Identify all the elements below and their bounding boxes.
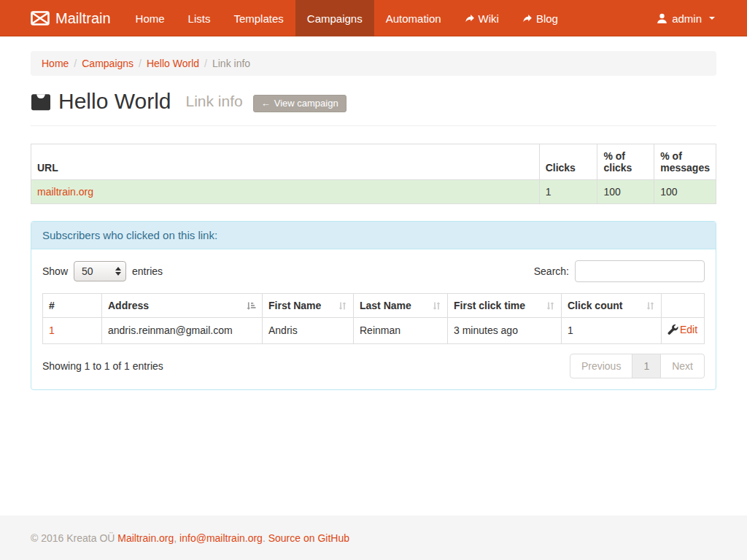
view-campaign-button[interactable]: ← View campaign [253,95,347,112]
separator: , [174,532,177,544]
sort-icon [432,301,441,311]
breadcrumb-separator: / [69,58,82,69]
col-url: URL [31,144,540,180]
subscriber-address: andris.reinman@gmail.com [102,318,263,344]
share-icon [522,14,533,23]
col-clicks: Clicks [539,144,597,180]
nav-label: Blog [536,12,558,25]
page-title: Hello World Link info [31,89,243,114]
pagination-next[interactable]: Next [660,354,705,378]
breadcrumb: Home / Campaigns / Hello World / Link in… [31,51,716,76]
chevron-down-icon [709,17,715,20]
col-click-count-label: Click count [568,300,622,311]
nav-item-templates[interactable]: Templates [222,0,295,36]
table-info: Showing 1 to 1 of 1 entries [42,354,163,372]
wrench-icon [667,324,678,335]
subscriber-index-link[interactable]: 1 [49,324,55,336]
page-header: Hello World Link info ← View campaign [31,89,716,126]
subscriber-click-count: 1 [562,318,662,344]
link-url[interactable]: mailtrain.org [37,186,93,198]
brand-label: Mailtrain [55,10,111,27]
nav-item-automation[interactable]: Automation [374,0,453,36]
envelope-icon [31,11,50,26]
inbox-icon [31,92,51,111]
col-pct-messages: % of messages [654,144,716,180]
subscriber-row: 1 andris.reinman@gmail.com Andris Reinma… [43,318,705,344]
link-pct-messages: 100 [654,180,716,204]
user-name: admin [672,12,702,25]
share-icon [465,14,475,23]
copyright-text: © 2016 Kreata OÜ [31,532,115,544]
nav-item-lists[interactable]: Lists [177,0,222,36]
col-pct-clicks: % of clicks [597,144,654,180]
page-size-value: 50 [82,265,93,277]
nav-label: Home [136,12,165,25]
col-first-name[interactable]: First Name [263,294,354,318]
nav-label: Wiki [479,12,499,25]
page-subtitle: Link info [186,93,243,110]
pagination-page-1[interactable]: 1 [632,354,661,378]
view-campaign-label: View campaign [274,98,338,109]
edit-label: Edit [680,324,697,335]
sort-icon [546,301,555,311]
breadcrumb-campaigns[interactable]: Campaigns [82,58,133,69]
links-table-header-row: URL Clicks % of clicks % of messages [31,144,716,180]
sort-asc-icon [246,301,256,311]
subscribers-header-row: # Address First Name [43,294,705,318]
col-address-label: Address [108,300,149,311]
col-click-count[interactable]: Click count [562,294,662,318]
nav-label: Lists [188,12,211,25]
email-link[interactable]: info@mailtrain.org [179,532,263,544]
nav-label: Automation [386,12,441,25]
top-navbar: Mailtrain Home Lists Templates Campaigns… [0,0,747,36]
nav-item-blog[interactable]: Blog [511,0,570,36]
show-label: Show [42,265,68,277]
user-menu[interactable]: admin [649,0,716,36]
sort-icon [338,301,347,311]
pagination-previous[interactable]: Previous [570,354,632,378]
col-first-click-time[interactable]: First click time [448,294,562,318]
nav-label: Campaigns [307,12,363,25]
main-nav: Home Lists Templates Campaigns Automatio… [124,0,570,36]
subscribers-table: # Address First Name [42,293,705,344]
nav-item-wiki[interactable]: Wiki [453,0,511,36]
page-length-control: Show 50 entries [42,261,163,281]
links-table: URL Clicks % of clicks % of messages mai… [31,144,716,204]
nav-item-home[interactable]: Home [124,0,177,36]
col-first-name-label: First Name [268,300,321,311]
github-link[interactable]: Source on GitHub [268,532,349,544]
breadcrumb-current: Link info [212,58,250,69]
subscriber-first-name: Andris [263,318,354,344]
nav-item-campaigns[interactable]: Campaigns [295,0,374,36]
nav-label: Templates [233,12,283,25]
col-address[interactable]: Address [102,294,263,318]
pagination: Previous 1 Next [570,354,705,378]
subscribers-panel: Subscribers who clicked on this link: Sh… [31,221,716,390]
search-label: Search: [534,265,569,277]
col-index[interactable]: # [43,294,102,318]
brand-link[interactable]: Mailtrain [31,0,118,36]
link-pct-clicks: 100 [597,180,654,204]
mailtrain-org-link[interactable]: Mailtrain.org [117,532,174,544]
panel-heading: Subscribers who clicked on this link: [31,222,716,249]
campaign-name: Hello World [58,89,171,114]
col-index-label: # [49,300,55,311]
breadcrumb-home[interactable]: Home [42,58,69,69]
main-content: Home / Campaigns / Hello World / Link in… [0,36,747,390]
select-arrows-icon [115,267,121,276]
search-input[interactable] [575,260,705,282]
subscriber-last-name: Reinman [354,318,448,344]
separator: . [263,532,266,544]
edit-subscriber-link[interactable]: Edit [667,324,697,335]
col-last-name-label: Last Name [360,300,411,311]
breadcrumb-hello-world[interactable]: Hello World [147,58,199,69]
col-last-name[interactable]: Last Name [354,294,448,318]
page-size-select[interactable]: 50 [74,261,126,281]
col-actions [662,294,705,318]
col-first-click-label: First click time [454,300,525,311]
subscriber-first-click: 3 minutes ago [448,318,562,344]
sort-icon [646,301,655,311]
entries-label: entries [132,265,163,277]
page-footer: © 2016 Kreata OÜ Mailtrain.org, info@mai… [0,516,747,560]
user-icon [657,13,667,24]
